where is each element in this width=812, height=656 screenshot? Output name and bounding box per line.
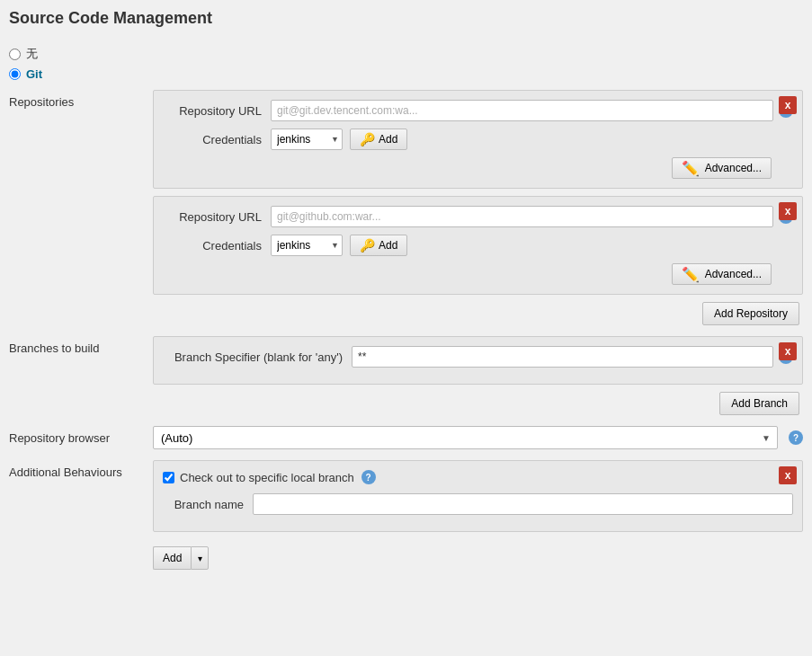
behaviour-1-branch-name-row: Branch name: [163, 493, 793, 515]
behaviour-1-close-button[interactable]: x: [779, 466, 797, 484]
repo-1-credentials-select[interactable]: jenkins: [271, 129, 343, 150]
scm-none-radio[interactable]: [9, 49, 21, 60]
repo-2-credentials-select-wrapper: jenkins ▼: [271, 235, 343, 256]
repo-2-close-button[interactable]: x: [779, 202, 797, 220]
repo-1-credentials-row: Credentials jenkins ▼ 🔑 Add: [163, 129, 793, 150]
repo-2-url-row: Repository URL ?: [163, 206, 793, 227]
scm-git-label: Git: [26, 67, 42, 81]
branch-1: x Branch Specifier (blank for 'any') ?: [153, 336, 803, 385]
behaviour-1-title: Check out to specific local branch: [180, 471, 354, 484]
add-behaviour-main-button[interactable]: Add: [153, 546, 191, 570]
repo-2-credentials-select[interactable]: jenkins: [271, 235, 343, 256]
scm-option-git[interactable]: Git: [9, 67, 803, 81]
repository-browser-row: (Auto) githubweb gitblit bitbucketweb cg…: [153, 426, 803, 449]
repository-1: x Repository URL ? Credentials jenkins ▼…: [153, 90, 803, 189]
branch-1-specifier-input[interactable]: [352, 346, 773, 368]
repository-browser-help-icon[interactable]: ?: [789, 430, 803, 445]
add-repository-row: Add Repository: [153, 302, 803, 325]
additional-behaviours-section: Additional Behaviours x Check out to spe…: [9, 460, 803, 570]
branch-1-specifier-label: Branch Specifier (blank for 'any'): [163, 350, 352, 364]
add-branch-row: Add Branch: [153, 392, 803, 415]
repo-2-advanced-button[interactable]: ✏️ Advanced...: [672, 263, 772, 285]
repo-1-advanced-button[interactable]: ✏️ Advanced...: [672, 157, 772, 179]
repositories-section: Repositories x Repository URL ? Credenti…: [9, 90, 803, 325]
behaviour-1-checkbox[interactable]: [163, 472, 174, 483]
repo-1-url-label: Repository URL: [163, 104, 271, 118]
repository-browser-content: (Auto) githubweb gitblit bitbucketweb cg…: [153, 426, 803, 449]
repo-2-url-label: Repository URL: [163, 210, 271, 224]
scm-radio-group: 无 Git: [9, 46, 803, 81]
additional-behaviours-label: Additional Behaviours: [9, 460, 153, 479]
repo-2-add-credentials-button[interactable]: 🔑 Add: [350, 235, 407, 256]
repo-2-advanced-label: Advanced...: [705, 268, 762, 280]
behaviour-1: x Check out to specific local branch ? B…: [153, 460, 803, 532]
add-repository-button[interactable]: Add Repository: [702, 302, 799, 325]
repo-1-credentials-select-wrapper: jenkins ▼: [271, 129, 343, 150]
behaviour-1-branch-name-label: Branch name: [163, 498, 253, 511]
repo-2-advanced-icon: ✏️: [682, 266, 700, 283]
behaviour-1-help-icon[interactable]: ?: [361, 470, 376, 484]
repo-1-credentials-label: Credentials: [163, 133, 271, 146]
repo-1-advanced-icon: ✏️: [682, 160, 700, 177]
repo-1-url-row: Repository URL ?: [163, 100, 793, 121]
behaviour-1-title-row: Check out to specific local branch ?: [163, 470, 793, 484]
branches-section: Branches to build x Branch Specifier (bl…: [9, 336, 803, 415]
repo-1-advanced-label: Advanced...: [705, 162, 762, 174]
page-title: Source Code Management: [9, 9, 803, 33]
repo-2-url-input[interactable]: [271, 206, 773, 227]
repo-1-add-label: Add: [379, 133, 397, 146]
repository-browser-select-wrapper: (Auto) githubweb gitblit bitbucketweb cg…: [153, 426, 778, 449]
repositories-content: x Repository URL ? Credentials jenkins ▼…: [153, 90, 803, 325]
add-branch-button[interactable]: Add Branch: [719, 392, 799, 415]
scm-option-none[interactable]: 无: [9, 46, 803, 62]
repository-2: x Repository URL ? Credentials jenkins ▼…: [153, 196, 803, 295]
additional-behaviours-content: x Check out to specific local branch ? B…: [153, 460, 803, 570]
repo-1-add-credentials-button[interactable]: 🔑 Add: [350, 129, 407, 150]
repositories-label: Repositories: [9, 90, 153, 109]
repo-1-add-key-icon: 🔑: [360, 132, 375, 146]
branches-content: x Branch Specifier (blank for 'any') ? A…: [153, 336, 803, 415]
repository-browser-select[interactable]: (Auto) githubweb gitblit bitbucketweb cg…: [153, 426, 778, 449]
repo-2-add-label: Add: [379, 239, 397, 252]
repository-browser-section: Repository browser (Auto) githubweb gitb…: [9, 426, 803, 449]
branch-1-specifier-row: Branch Specifier (blank for 'any') ?: [163, 346, 793, 368]
scm-git-radio[interactable]: [9, 68, 21, 80]
behaviour-1-branch-name-input[interactable]: [253, 493, 793, 515]
branch-1-close-button[interactable]: x: [779, 342, 797, 360]
branches-label: Branches to build: [9, 336, 153, 355]
repo-2-add-key-icon: 🔑: [360, 238, 375, 253]
repo-1-advanced-row: ✏️ Advanced...: [163, 157, 793, 179]
repo-1-url-input[interactable]: [271, 100, 773, 121]
repo-2-credentials-label: Credentials: [163, 239, 271, 253]
scm-none-label: 无: [26, 46, 38, 62]
repo-2-advanced-row: ✏️ Advanced...: [163, 263, 793, 285]
repo-2-credentials-row: Credentials jenkins ▼ 🔑 Add: [163, 235, 793, 256]
add-behaviour-split-button: Add ▾: [153, 546, 209, 570]
add-behaviour-dropdown-button[interactable]: ▾: [191, 546, 209, 570]
repository-browser-label: Repository browser: [9, 426, 153, 445]
repo-1-close-button[interactable]: x: [779, 96, 797, 114]
